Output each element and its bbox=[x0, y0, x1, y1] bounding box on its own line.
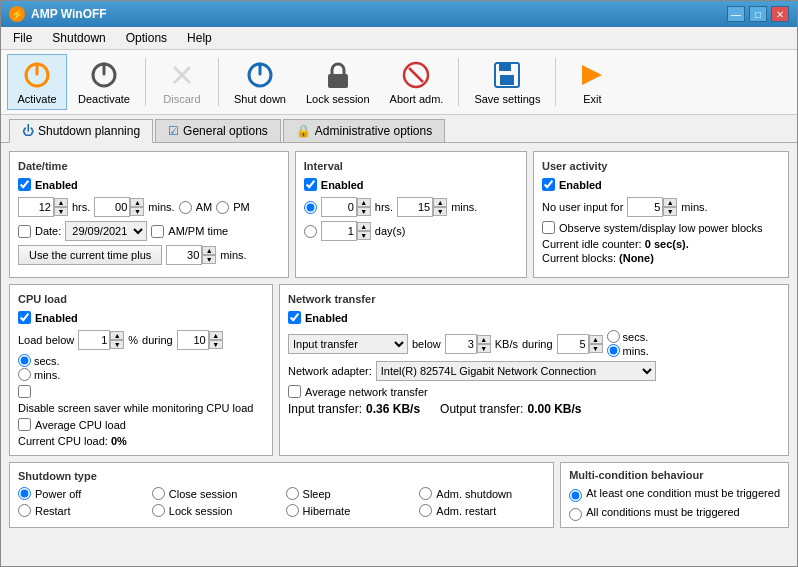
cpu-load-input[interactable] bbox=[78, 330, 110, 350]
date-select[interactable]: 29/09/2021 bbox=[65, 221, 147, 241]
interval-days-radio[interactable] bbox=[304, 225, 317, 238]
network-secs-radio[interactable] bbox=[607, 330, 620, 343]
no-input-up[interactable]: ▲ bbox=[663, 198, 677, 207]
plus-unit-label: mins. bbox=[220, 249, 246, 261]
cpu-mins-radio[interactable] bbox=[18, 368, 31, 381]
mins-up[interactable]: ▲ bbox=[130, 198, 144, 207]
ampm-checkbox[interactable] bbox=[151, 225, 164, 238]
network-average-label: Average network transfer bbox=[305, 386, 428, 398]
interval-mins-up[interactable]: ▲ bbox=[433, 198, 447, 207]
network-enabled-checkbox[interactable] bbox=[288, 311, 301, 324]
tab-shutdown-planning[interactable]: ⏻ Shutdown planning bbox=[9, 119, 153, 143]
network-average-row: Average network transfer bbox=[288, 385, 780, 398]
cpu-enabled-checkbox[interactable] bbox=[18, 311, 31, 324]
date-checkbox[interactable] bbox=[18, 225, 31, 238]
sep3 bbox=[458, 58, 459, 106]
no-input-input[interactable] bbox=[627, 197, 663, 217]
interval-title: Interval bbox=[304, 160, 518, 172]
close-button[interactable]: ✕ bbox=[771, 6, 789, 22]
observe-checkbox[interactable] bbox=[542, 221, 555, 234]
menu-shutdown[interactable]: Shutdown bbox=[44, 29, 113, 47]
interval-mins-input[interactable] bbox=[397, 197, 433, 217]
network-mins-radio[interactable] bbox=[607, 344, 620, 357]
adm-restart-radio[interactable] bbox=[419, 504, 432, 517]
hours-up[interactable]: ▲ bbox=[54, 198, 68, 207]
interval-hrs-up[interactable]: ▲ bbox=[357, 198, 371, 207]
shutdown-opt-close-session: Close session bbox=[152, 487, 278, 500]
adm-shutdown-radio[interactable] bbox=[419, 487, 432, 500]
datetime-enabled-checkbox[interactable] bbox=[18, 178, 31, 191]
deactivate-button[interactable]: Deactivate bbox=[69, 54, 139, 110]
interval-mins-down[interactable]: ▼ bbox=[433, 207, 447, 216]
screensaver-checkbox[interactable] bbox=[18, 385, 31, 398]
network-adapter-row: Network adapter: Intel(R) 82574L Gigabit… bbox=[288, 361, 780, 381]
network-below-arrows: ▲ ▼ bbox=[477, 335, 491, 353]
cpu-load-down[interactable]: ▼ bbox=[110, 340, 124, 349]
interval-hrs-radio[interactable] bbox=[304, 201, 317, 214]
lock-session-radio[interactable] bbox=[152, 504, 165, 517]
interval-hrs-input[interactable] bbox=[321, 197, 357, 217]
cpu-during-input[interactable] bbox=[177, 330, 209, 350]
maximize-button[interactable]: □ bbox=[749, 6, 767, 22]
exit-button[interactable]: Exit bbox=[562, 54, 622, 110]
menu-file[interactable]: File bbox=[5, 29, 40, 47]
am-radio[interactable] bbox=[179, 201, 192, 214]
plus-up[interactable]: ▲ bbox=[202, 246, 216, 255]
mins-input[interactable] bbox=[94, 197, 130, 217]
tab-admin-icon: 🔒 bbox=[296, 124, 311, 138]
hibernate-radio[interactable] bbox=[286, 504, 299, 517]
network-during-up[interactable]: ▲ bbox=[589, 335, 603, 344]
cpu-during-down[interactable]: ▼ bbox=[209, 340, 223, 349]
network-during-down[interactable]: ▼ bbox=[589, 344, 603, 353]
interval-enabled-checkbox[interactable] bbox=[304, 178, 317, 191]
hours-down[interactable]: ▼ bbox=[54, 207, 68, 216]
tab-general-options[interactable]: ☑ General options bbox=[155, 119, 281, 142]
interval-days-up[interactable]: ▲ bbox=[357, 222, 371, 231]
save-button[interactable]: Save settings bbox=[465, 54, 549, 110]
network-during-arrows: ▲ ▼ bbox=[589, 335, 603, 353]
minimize-button[interactable]: — bbox=[727, 6, 745, 22]
power-off-radio[interactable] bbox=[18, 487, 31, 500]
network-below-up[interactable]: ▲ bbox=[477, 335, 491, 344]
pm-radio[interactable] bbox=[216, 201, 229, 214]
interval-days-input[interactable] bbox=[321, 221, 357, 241]
network-below-input[interactable] bbox=[445, 334, 477, 354]
use-current-button[interactable]: Use the current time plus bbox=[18, 245, 162, 265]
screensaver-label: Disable screen saver while monitoring CP… bbox=[18, 402, 253, 414]
cpu-load-row: Load below ▲ ▼ % during ▲ bbox=[18, 330, 264, 381]
menu-help[interactable]: Help bbox=[179, 29, 220, 47]
network-type-select[interactable]: Input transfer Output transfer Combined bbox=[288, 334, 408, 354]
hours-arrows: ▲ ▼ bbox=[54, 198, 68, 216]
hours-input[interactable] bbox=[18, 197, 54, 217]
restart-radio[interactable] bbox=[18, 504, 31, 517]
close-session-radio[interactable] bbox=[152, 487, 165, 500]
shutdown-button[interactable]: Shut down bbox=[225, 54, 295, 110]
lock-button[interactable]: Lock session bbox=[297, 54, 379, 110]
mins-down[interactable]: ▼ bbox=[130, 207, 144, 216]
discard-label: Discard bbox=[163, 93, 200, 105]
shutdown-opt-sleep: Sleep bbox=[286, 487, 412, 500]
menu-options[interactable]: Options bbox=[118, 29, 175, 47]
at-least-one-radio[interactable] bbox=[569, 489, 582, 502]
network-during-input[interactable] bbox=[557, 334, 589, 354]
network-average-checkbox[interactable] bbox=[288, 385, 301, 398]
interval-hrs-down[interactable]: ▼ bbox=[357, 207, 371, 216]
activate-button[interactable]: Activate bbox=[7, 54, 67, 110]
network-adapter-select[interactable]: Intel(R) 82574L Gigabit Network Connecti… bbox=[376, 361, 656, 381]
average-checkbox[interactable] bbox=[18, 418, 31, 431]
all-conditions-radio[interactable] bbox=[569, 508, 582, 521]
shutdown-type-title: Shutdown type bbox=[18, 470, 97, 482]
abort-button[interactable]: Abort adm. bbox=[381, 54, 453, 110]
network-below-down[interactable]: ▼ bbox=[477, 344, 491, 353]
interval-hrs-label: hrs. bbox=[375, 201, 393, 213]
cpu-during-up[interactable]: ▲ bbox=[209, 331, 223, 340]
cpu-secs-radio[interactable] bbox=[18, 354, 31, 367]
plus-input[interactable] bbox=[166, 245, 202, 265]
no-input-down[interactable]: ▼ bbox=[663, 207, 677, 216]
tab-admin-options[interactable]: 🔒 Administrative options bbox=[283, 119, 445, 142]
plus-down[interactable]: ▼ bbox=[202, 255, 216, 264]
sleep-radio[interactable] bbox=[286, 487, 299, 500]
user-activity-enabled-checkbox[interactable] bbox=[542, 178, 555, 191]
cpu-load-up[interactable]: ▲ bbox=[110, 331, 124, 340]
interval-days-down[interactable]: ▼ bbox=[357, 231, 371, 240]
